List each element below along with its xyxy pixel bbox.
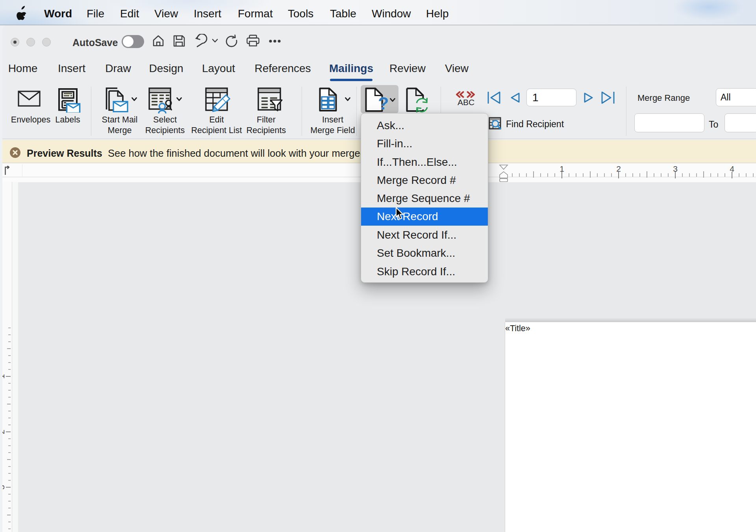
svg-text:4: 4 bbox=[730, 164, 734, 173]
svg-text:1: 1 bbox=[2, 374, 6, 379]
svg-text:2: 2 bbox=[2, 430, 6, 434]
svg-text:1: 1 bbox=[560, 164, 564, 173]
svg-text:3: 3 bbox=[673, 164, 678, 173]
svg-text:3: 3 bbox=[2, 485, 6, 490]
svg-text:2: 2 bbox=[616, 164, 621, 173]
